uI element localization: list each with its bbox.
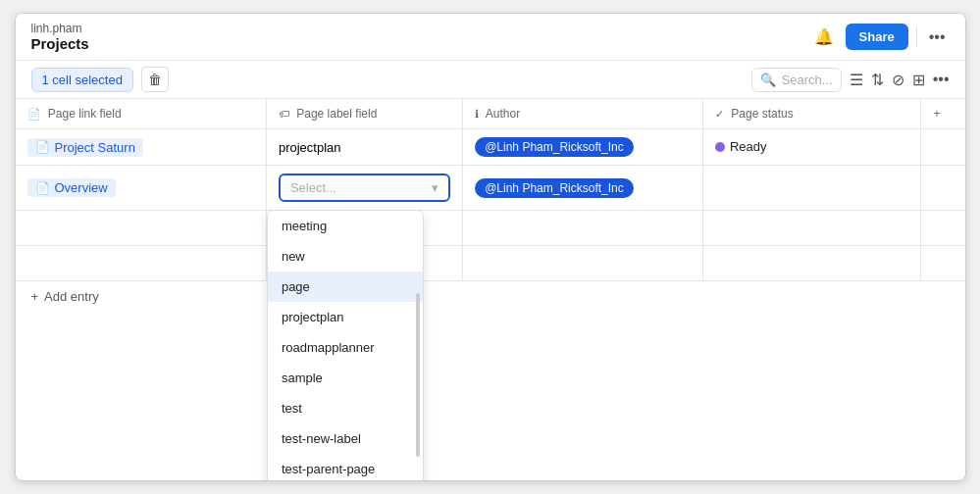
col-page-label-label: Page label field — [296, 107, 377, 121]
toolbar: 1 cell selected 🗑 🔍 Search... ☰ ⇅ ⊘ ⊞ ••… — [16, 61, 965, 99]
empty-cell — [463, 246, 703, 281]
select-placeholder: Select... — [290, 180, 336, 195]
select-input[interactable]: Select... ▾ — [279, 173, 450, 202]
row2-page-link-text: Overview — [55, 180, 108, 195]
dropdown-item-projectplan[interactable]: projectplan — [268, 302, 423, 332]
empty-cell — [702, 246, 921, 281]
add-entry-label: Add entry — [44, 289, 99, 304]
row1-status-badge: Ready — [715, 139, 767, 154]
delete-selected-button[interactable]: 🗑 — [141, 67, 169, 92]
search-box[interactable]: 🔍 Search... — [751, 68, 842, 92]
row1-page-label-value: projectplan — [279, 140, 341, 155]
row2-status-cell — [702, 166, 921, 211]
toolbar-left: 1 cell selected 🗑 — [31, 67, 169, 92]
col-author-label: Author — [486, 107, 520, 121]
toolbar-right: 🔍 Search... ☰ ⇅ ⊘ ⊞ ••• — [751, 68, 950, 92]
hide-icon[interactable]: ⊘ — [892, 71, 904, 89]
row2-page-link-value[interactable]: 📄 Overview — [27, 178, 116, 197]
empty-cell — [702, 211, 921, 246]
dropdown-item-new[interactable]: new — [268, 241, 423, 272]
dropdown-scrollbar — [416, 293, 420, 457]
col-author: ℹ Author — [463, 99, 703, 129]
row1-status-text: Ready — [730, 139, 767, 154]
dropdown-item-test-new-label[interactable]: test-new-label — [268, 423, 423, 454]
col-page-status: ✓ Page status — [702, 99, 921, 129]
table-row: 📄 Project Saturn projectplan @Linh Pham_… — [16, 129, 965, 166]
cell-selected-badge: 1 cell selected — [31, 68, 133, 92]
add-entry-row[interactable]: + Add entry — [16, 281, 965, 312]
row2-author-badge: @Linh Pham_Ricksoft_Inc — [475, 178, 634, 198]
row1-extra-cell — [921, 129, 965, 166]
selected-count-text: 1 cell selected — [42, 73, 123, 87]
dropdown-item-sample[interactable]: sample — [268, 363, 423, 393]
header-user: linh.pham — [31, 22, 89, 35]
row1-status-cell: Ready — [702, 129, 921, 166]
dropdown-item-test-parent-page[interactable]: test-parent-page — [268, 454, 423, 480]
header-left: linh.pham Projects — [31, 22, 89, 52]
row1-page-link-text: Project Saturn — [55, 140, 135, 155]
empty-cell — [16, 246, 267, 281]
page-status-col-icon: ✓ — [715, 108, 724, 120]
col-page-label: 🏷 Page label field — [266, 99, 462, 129]
author-col-icon: ℹ — [475, 108, 479, 120]
page-label-col-icon: 🏷 — [279, 108, 289, 120]
search-icon: 🔍 — [760, 73, 776, 87]
dropdown-item-roadmapplanner[interactable]: roadmapplanner — [268, 332, 423, 363]
header-divider — [916, 27, 917, 47]
table-row — [16, 211, 965, 246]
table-container: 📄 Page link field 🏷 Page label field ℹ A… — [16, 99, 965, 480]
row1-page-link-cell: 📄 Project Saturn — [16, 129, 267, 166]
header-right: 🔔 Share ••• — [810, 24, 950, 50]
page-link-col-icon: 📄 — [27, 108, 41, 120]
more-table-options-icon[interactable]: ••• — [933, 71, 950, 88]
header-title: Projects — [31, 35, 89, 52]
group-icon[interactable]: ⊞ — [912, 71, 925, 89]
dropdown-item-test[interactable]: test — [268, 393, 423, 423]
empty-cell — [16, 211, 267, 246]
row1-page-link-icon: 📄 — [35, 140, 50, 154]
col-page-link: 📄 Page link field — [16, 99, 267, 129]
data-table: 📄 Page link field 🏷 Page label field ℹ A… — [16, 99, 965, 281]
dropdown-menu: meeting new page projectplan roadmapplan… — [267, 210, 424, 480]
row1-status-dot — [715, 142, 725, 152]
row1-author-cell: @Linh Pham_Ricksoft_Inc — [463, 129, 703, 166]
row2-page-link-icon: 📄 — [35, 181, 50, 195]
dropdown-item-meeting[interactable]: meeting — [268, 211, 423, 241]
more-options-button[interactable]: ••• — [925, 25, 950, 50]
col-page-link-label: Page link field — [48, 107, 122, 121]
chevron-down-icon: ▾ — [432, 180, 438, 195]
row1-page-link-value[interactable]: 📄 Project Saturn — [27, 138, 143, 157]
empty-cell — [463, 211, 703, 246]
empty-cell — [921, 246, 965, 281]
table-header-row: 📄 Page link field 🏷 Page label field ℹ A… — [16, 99, 965, 129]
col-page-status-label: Page status — [731, 107, 793, 121]
bell-icon-button[interactable]: 🔔 — [810, 24, 838, 50]
header: linh.pham Projects 🔔 Share ••• — [16, 14, 965, 61]
row2-author-cell: @Linh Pham_Ricksoft_Inc — [463, 166, 703, 211]
row1-page-label-cell[interactable]: projectplan — [266, 129, 462, 166]
row1-author-badge: @Linh Pham_Ricksoft_Inc — [475, 137, 634, 157]
main-window: linh.pham Projects 🔔 Share ••• 1 cell se… — [15, 13, 966, 481]
add-entry-plus-icon: + — [31, 289, 39, 304]
filter-icon[interactable]: ☰ — [850, 71, 863, 89]
search-placeholder: Search... — [782, 73, 833, 87]
row2-page-label-cell[interactable]: Select... ▾ meeting new page projectplan… — [266, 166, 462, 211]
col-add[interactable]: + — [921, 99, 965, 129]
row2-extra-cell — [921, 166, 965, 211]
share-button[interactable]: Share — [846, 24, 908, 50]
sort-icon[interactable]: ⇅ — [871, 71, 884, 89]
empty-cell — [921, 211, 965, 246]
dropdown-item-page[interactable]: page — [268, 272, 423, 302]
table-row: 📄 Overview Select... ▾ meeting new page — [16, 166, 965, 211]
table-row — [16, 246, 965, 281]
row2-page-link-cell: 📄 Overview — [16, 166, 267, 211]
